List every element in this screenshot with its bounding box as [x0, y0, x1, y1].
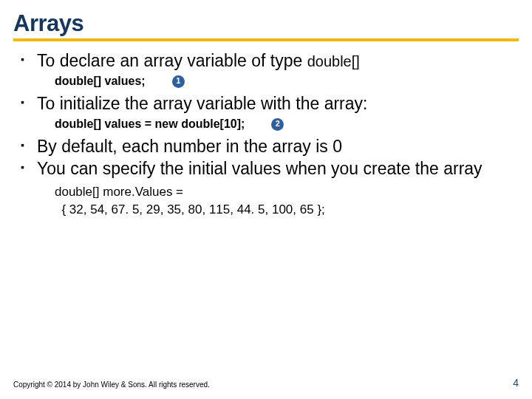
slide: Arrays To declare an array variable of t…: [0, 0, 532, 399]
code-line-initialize: double[] values = new double[10]; 2: [37, 117, 519, 132]
title-rule: [13, 38, 519, 41]
bullet-item-specify: You can specify the initial values when …: [19, 158, 519, 219]
code-line-declare: double[] values; 1: [37, 74, 519, 89]
page-number: 4: [513, 377, 519, 389]
footer: Copyright © 2014 by John Wiley & Sons. A…: [13, 377, 519, 389]
code-text-line2: { 32, 54, 67. 5, 29, 35, 80, 115, 44. 5,…: [55, 201, 519, 219]
code-block-morevalues: double[] more.Values = { 32, 54, 67. 5, …: [37, 183, 519, 219]
inline-code-type: double[]: [307, 53, 360, 69]
bullet-item-default: By default, each number in the array is …: [19, 136, 519, 157]
bullet-text: You can specify the initial values when …: [37, 159, 482, 178]
page-title: Arrays: [13, 10, 519, 37]
bullet-item-declare: To declare an array variable of type dou…: [19, 50, 519, 89]
code-text: double[] values;: [55, 74, 146, 89]
code-text: double[] values = new double[10];: [55, 117, 245, 132]
copyright-text: Copyright © 2014 by John Wiley & Sons. A…: [13, 381, 210, 389]
bullet-text: By default, each number in the array is …: [37, 137, 342, 156]
bullet-text: To initialize the array variable with th…: [37, 94, 367, 113]
bullet-item-initialize: To initialize the array variable with th…: [19, 93, 519, 132]
bullet-list: To declare an array variable of type dou…: [13, 50, 519, 219]
callout-badge-1: 1: [172, 75, 185, 88]
code-text-line1: double[] more.Values =: [55, 183, 519, 201]
bullet-text: To declare an array variable of type dou…: [37, 51, 360, 70]
bullet-text-pre: To declare an array variable of type: [37, 51, 307, 70]
callout-badge-2: 2: [271, 118, 284, 131]
